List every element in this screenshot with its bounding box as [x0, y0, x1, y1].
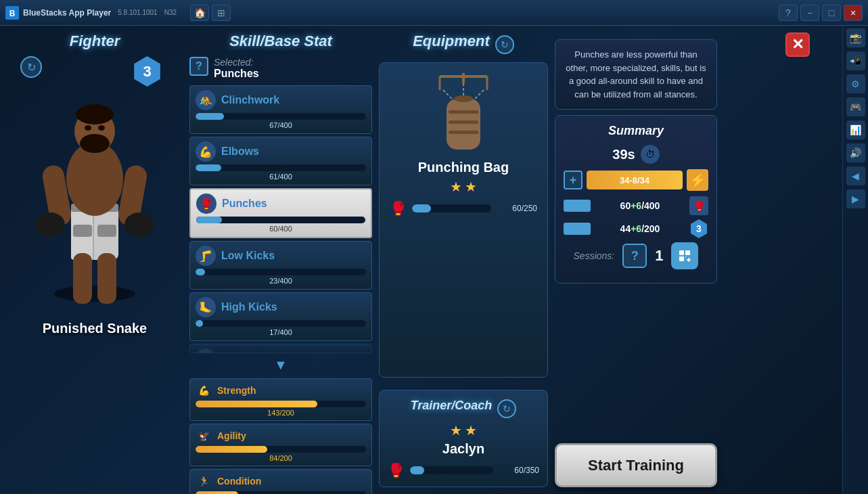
sidebar-tool-3[interactable]: 📲 — [846, 51, 865, 70]
skill-item-header: 🤼 Clinchwork — [196, 90, 366, 110]
svg-text:B: B — [9, 9, 16, 18]
summary-time: 39s — [612, 147, 635, 162]
elbows-icon: 💪 — [196, 141, 216, 162]
home-button[interactable]: 🏠 — [190, 5, 209, 21]
maximize-button[interactable]: □ — [822, 5, 841, 21]
fighter-name: Punished Snake — [43, 321, 147, 336]
punches-value: 60/400 — [196, 225, 365, 233]
stat-header: 💪 Strength — [196, 382, 366, 399]
stat-row-punches: 60+6/400 🥊 — [564, 196, 708, 215]
sessions-add-button[interactable] — [671, 242, 698, 269]
trainer-refresh-button[interactable]: ↻ — [497, 399, 516, 418]
trainer-star-2: ★ — [465, 422, 477, 439]
skill-item-clinchwork[interactable]: 🤼 Clinchwork 67/400 — [189, 85, 372, 134]
submission-icon: 🤸 — [196, 349, 216, 353]
info-box: Punches are less powerful than other, mo… — [555, 39, 717, 110]
equipment-glove-icon: 🥊 — [390, 200, 407, 217]
svg-point-18 — [124, 212, 154, 237]
clinchwork-bar — [196, 113, 224, 120]
title-bar: B BlueStacks App Player 5.8.101.1001 N32… — [0, 0, 868, 26]
sidebar-tool-7[interactable]: 🔊 — [846, 143, 865, 162]
trainer-bar — [410, 466, 424, 474]
punches-summary-icon: 🥊 — [689, 196, 708, 215]
svg-rect-36 — [685, 250, 690, 255]
punches-name: Punches — [222, 198, 267, 210]
skill-item-header: 🤸 Submission — [196, 349, 366, 353]
minimize-button[interactable]: − — [800, 5, 819, 21]
equipment-section-title: Equipment — [413, 32, 490, 50]
base-stats: 💪 Strength 143/200 🦅 Agility — [189, 378, 372, 494]
energy-plus-button[interactable]: + — [564, 171, 583, 189]
summary-title: Summary — [564, 124, 708, 138]
strength-bar-container — [196, 401, 366, 407]
energy-text: 34-8/34 — [620, 175, 649, 185]
fighter-svg — [34, 64, 156, 307]
stat-row-level: 44+6/200 3 — [564, 219, 708, 238]
star-2: ★ — [465, 179, 477, 195]
trainer-section-title: Trainer/Coach — [411, 399, 493, 413]
svg-rect-41 — [688, 258, 689, 262]
agility-name: Agility — [217, 430, 246, 441]
punches-bar — [196, 217, 222, 223]
equipment-bar-row: 🥊 60/250 — [390, 200, 537, 217]
right-sidebar: ⌨ 📸 📲 ⚙ 🎮 📊 🔊 ◀ ▶ — [842, 0, 868, 494]
strength-bar — [196, 401, 317, 407]
svg-point-16 — [35, 212, 65, 237]
app-name: BlueStacks App Player — [23, 8, 111, 18]
svg-rect-31 — [449, 110, 478, 114]
agility-value: 84/200 — [196, 454, 366, 462]
svg-point-2 — [54, 286, 135, 302]
equipment-stars: ★ ★ — [450, 179, 477, 195]
skill-item-header: 🦵 Low Kicks — [196, 246, 366, 266]
start-training-button[interactable]: Start Training — [555, 443, 717, 487]
skill-help-button[interactable]: ? — [189, 57, 208, 76]
condition-bar — [196, 491, 238, 494]
clinchwork-icon: 🤼 — [196, 90, 216, 110]
skill-item-low-kicks[interactable]: 🦵 Low Kicks 23/400 — [189, 241, 372, 290]
agility-bar-container — [196, 446, 366, 453]
sidebar-tool-4[interactable]: ⚙ — [846, 74, 865, 93]
sidebar-tool-9[interactable]: ▶ — [846, 189, 865, 208]
app-icon: B — [5, 6, 19, 20]
svg-rect-30 — [447, 99, 480, 150]
skill-item-punches[interactable]: 🥊 Punches 60/400 — [189, 188, 372, 238]
equipment-value: 60/250 — [497, 204, 537, 213]
add-session-icon — [677, 248, 693, 264]
scroll-indicator[interactable]: ▼ — [189, 357, 372, 373]
skill-item-high-kicks[interactable]: 🦶 High Kicks 17/400 — [189, 292, 372, 341]
sidebar-tool-2[interactable]: 📸 — [846, 28, 865, 47]
sessions-question-button[interactable]: ? — [622, 244, 647, 268]
sidebar-tool-6[interactable]: 📊 — [846, 120, 865, 139]
svg-point-14 — [76, 104, 114, 125]
summary-time-row: 39s ⏱ — [564, 145, 708, 164]
skill-item-submission[interactable]: 🤸 Submission — [189, 344, 372, 353]
close-button[interactable]: ✕ — [785, 32, 810, 57]
punching-bag-svg — [426, 73, 501, 154]
sidebar-tool-8[interactable]: ◀ — [846, 166, 865, 185]
window-button[interactable]: ⊞ — [212, 5, 231, 21]
equipment-main: Punching Bag ★ ★ 🥊 60/250 — [379, 62, 548, 378]
low-kicks-name: Low Kicks — [221, 250, 275, 262]
sidebar-tool-5[interactable]: 🎮 — [846, 97, 865, 116]
app-logo: B BlueStacks App Player 5.8.101.1001 N32 — [5, 6, 177, 20]
equipment-panel: Equipment ↻ — [379, 32, 548, 487]
app-version: 5.8.101.1001 — [118, 9, 157, 16]
equipment-refresh-button[interactable]: ↻ — [495, 35, 514, 54]
svg-rect-32 — [449, 120, 478, 124]
high-kicks-name: High Kicks — [221, 301, 277, 313]
summary-panel: ✕ Punches are less powerful than other, … — [555, 32, 717, 487]
strength-value: 143/200 — [196, 409, 366, 417]
svg-rect-19 — [73, 253, 92, 304]
skill-section-title: Skill/Base Stat — [189, 32, 372, 50]
skill-header-row: ? Selected: Punches — [189, 57, 372, 80]
fighter-section-title: Fighter — [70, 32, 120, 50]
stat-item-strength: 💪 Strength 143/200 — [189, 378, 372, 421]
skill-item-elbows[interactable]: 💪 Elbows 61/400 — [189, 137, 372, 185]
condition-name: Condition — [217, 476, 261, 487]
close-button[interactable]: × — [844, 5, 863, 21]
submission-name: Submission — [221, 353, 283, 353]
skill-item-header: 🦶 High Kicks — [196, 297, 366, 317]
energy-bar-container: 34-8/34 — [587, 171, 683, 189]
help-button[interactable]: ? — [779, 5, 798, 21]
punches-icon: 🥊 — [196, 194, 216, 214]
